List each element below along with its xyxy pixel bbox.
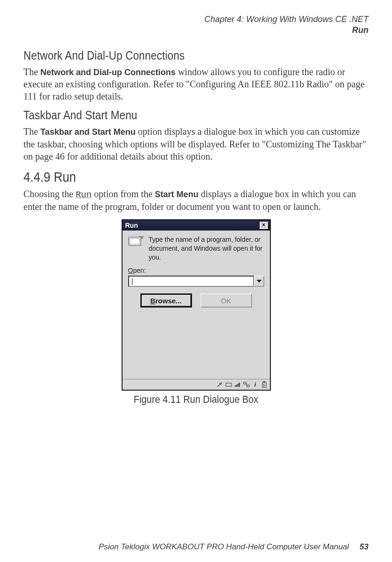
dialog-titlebar[interactable]: Run × bbox=[123, 220, 270, 231]
open-label: Open: bbox=[128, 267, 264, 274]
svg-line-12 bbox=[246, 383, 247, 386]
para-network: The Network and Dial-up Connections wind… bbox=[23, 66, 369, 102]
close-button[interactable]: × bbox=[259, 221, 269, 230]
open-input[interactable] bbox=[128, 276, 254, 287]
network-icon[interactable] bbox=[243, 381, 250, 388]
svg-rect-6 bbox=[235, 385, 236, 387]
keyboard-icon[interactable] bbox=[225, 381, 232, 388]
para-taskbar: The Taskbar and Start Menu option displa… bbox=[23, 125, 369, 162]
system-tray: i bbox=[123, 379, 270, 390]
heading-network: Network And Dial-Up Connections bbox=[23, 48, 320, 63]
manual-title: Psion Teklogix WORKABOUT PRO Hand-Held C… bbox=[99, 542, 349, 551]
svg-rect-8 bbox=[238, 384, 238, 387]
chevron-down-icon bbox=[257, 280, 261, 283]
svg-rect-7 bbox=[236, 385, 237, 387]
ok-button[interactable]: OK bbox=[200, 293, 252, 308]
info-icon[interactable]: i bbox=[252, 381, 259, 388]
run-dialog-window: Run × Type the name of a program, folder… bbox=[122, 219, 271, 391]
page-number: 53 bbox=[360, 542, 369, 551]
dialog-empty-area bbox=[123, 315, 270, 379]
browse-button[interactable]: Browse... bbox=[140, 293, 192, 308]
open-combobox[interactable] bbox=[128, 276, 264, 287]
run-icon bbox=[128, 235, 144, 247]
para-run: Choosing the Run option from the Start M… bbox=[23, 188, 369, 213]
section-line: Run bbox=[23, 25, 369, 36]
svg-rect-9 bbox=[239, 383, 240, 387]
chapter-line: Chapter 4: Working With Windows CE .NET bbox=[23, 14, 369, 25]
heading-run: 4.4.9 Run bbox=[23, 169, 320, 185]
battery-icon[interactable] bbox=[261, 381, 268, 388]
svg-rect-3 bbox=[226, 383, 231, 386]
svg-point-2 bbox=[220, 383, 222, 384]
connection-icon[interactable] bbox=[216, 381, 223, 388]
dialog-title: Run bbox=[125, 222, 138, 229]
heading-taskbar: Taskbar And Start Menu bbox=[23, 108, 320, 123]
dropdown-button[interactable] bbox=[254, 276, 264, 287]
svg-rect-10 bbox=[244, 382, 246, 384]
dialog-instruction: Type the name of a program, folder, or d… bbox=[149, 235, 264, 262]
svg-rect-1 bbox=[130, 239, 139, 244]
page-footer: Psion Teklogix WORKABOUT PRO Hand-Held C… bbox=[23, 542, 369, 552]
chapter-header: Chapter 4: Working With Windows CE .NET … bbox=[23, 14, 369, 35]
figure-run-dialog: Run × Type the name of a program, folder… bbox=[23, 219, 369, 406]
svg-rect-11 bbox=[247, 385, 249, 387]
figure-caption: Figure 4.11 Run Dialogue Box bbox=[41, 393, 352, 406]
signal-icon[interactable] bbox=[234, 381, 241, 388]
